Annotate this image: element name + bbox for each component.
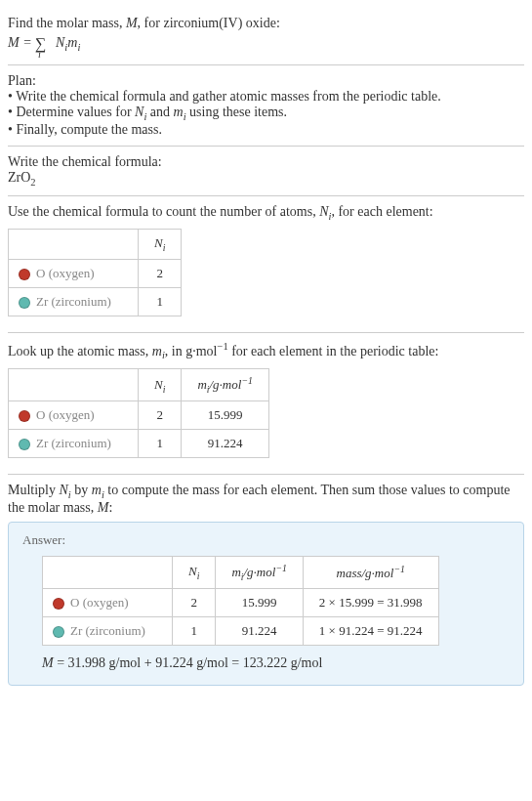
chemical-formula: ZrO2 <box>8 170 524 188</box>
mul-a: Multiply <box>8 483 60 497</box>
multiply-section: Multiply Ni by mi to compute the mass fo… <box>8 475 524 694</box>
count-section: Use the chemical formula to count the nu… <box>8 196 524 333</box>
header-empty <box>9 369 139 401</box>
zr-n2: 1 <box>139 430 182 458</box>
h-gmol: /g·mol <box>210 378 242 393</box>
count-b: , for each element: <box>331 204 432 219</box>
zr-m: 91.224 <box>182 430 268 458</box>
ah-neg1: −1 <box>275 563 286 573</box>
oxygen-dot-icon <box>19 410 30 422</box>
ao-mass: 2 × 15.999 = 31.998 <box>303 589 438 617</box>
oxygen-dot-icon <box>53 598 64 610</box>
plan-b2-c: using these items. <box>186 105 287 119</box>
header-Ni: Ni <box>139 369 182 401</box>
formula-sub2: 2 <box>30 177 35 188</box>
final-expr: = 31.998 g/mol + 91.224 g/mol = 123.222 … <box>54 655 323 670</box>
table-header-row: Ni mi/g·mol−1 <box>9 369 269 401</box>
count-N: N <box>319 204 328 219</box>
azr-m: 91.224 <box>216 617 303 646</box>
ah-N: N <box>188 564 197 578</box>
formula-zro: ZrO <box>8 170 30 185</box>
o-count: 2 <box>139 260 182 288</box>
final-M: M <box>42 655 54 670</box>
mass-section: Look up the atomic mass, mi, in g·mol−1 … <box>8 333 524 475</box>
azr-n: 1 <box>173 617 216 646</box>
table-row: Zr (zirconium) 1 <box>9 288 182 316</box>
answer-table: Ni mi/g·mol−1 mass/g·mol−1 O (oxygen) 2 … <box>42 556 439 646</box>
h-N2: N <box>154 377 163 392</box>
header-mi: mi/g·mol−1 <box>182 369 268 401</box>
header-Ni: Ni <box>173 557 216 589</box>
mass-m: m <box>152 344 162 358</box>
mul-N: N <box>60 483 68 497</box>
mul-M: M <box>98 500 109 515</box>
intro-text-b: , for zirconium(IV) oxide: <box>138 16 280 30</box>
eq-m: m <box>67 35 77 50</box>
answer-box: Answer: Ni mi/g·mol−1 mass/g·mol−1 O (ox… <box>8 522 524 686</box>
table-row: O (oxygen) 2 15.999 <box>9 401 269 430</box>
header-Ni: Ni <box>139 230 182 260</box>
mul-b: by <box>71 483 92 497</box>
count-text: Use the chemical formula to count the nu… <box>8 204 524 222</box>
mass-neg1: −1 <box>217 341 227 352</box>
header-empty <box>43 557 173 589</box>
plan-b2-a: • Determine values for <box>8 105 135 119</box>
o-name2: O (oxygen) <box>36 407 95 422</box>
intro-M: M <box>126 16 138 30</box>
element-o: O (oxygen) <box>43 589 173 617</box>
element-zr: Zr (zirconium) <box>43 617 173 646</box>
formula-section: Write the chemical formula: ZrO2 <box>8 147 524 196</box>
o-m: 15.999 <box>182 401 268 430</box>
intro-line: Find the molar mass, M, for zirconium(IV… <box>8 16 524 31</box>
mass-a: Look up the atomic mass, <box>8 344 152 358</box>
element-zr: Zr (zirconium) <box>9 288 139 316</box>
formula-title: Write the chemical formula: <box>8 154 524 170</box>
zirconium-dot-icon <box>53 626 64 638</box>
element-zr: Zr (zirconium) <box>9 430 139 458</box>
count-a: Use the chemical formula to count the nu… <box>8 204 319 219</box>
h-m: m <box>197 378 206 393</box>
mass-b: , in g·mol <box>165 344 218 358</box>
plan-m: m <box>174 105 184 119</box>
sigma-sub: i <box>38 49 41 60</box>
table-row: O (oxygen) 2 <box>9 260 182 288</box>
final-result: M = 31.998 g/mol + 91.224 g/mol = 123.22… <box>42 655 510 671</box>
o-name: O (oxygen) <box>36 266 95 280</box>
ah-N-sub: i <box>197 570 200 581</box>
azr-mass: 1 × 91.224 = 91.224 <box>303 617 438 646</box>
header-mi: mi/g·mol−1 <box>216 557 303 589</box>
header-empty <box>9 230 139 260</box>
h-neg1: −1 <box>241 375 252 386</box>
plan-section: Plan: • Write the chemical formula and g… <box>8 65 524 147</box>
answer-label: Answer: <box>22 532 510 548</box>
table-header-row: Ni <box>9 230 182 260</box>
eq-m-sub: i <box>77 42 80 53</box>
mass-text: Look up the atomic mass, mi, in g·mol−1 … <box>8 341 524 360</box>
molar-mass-formula: M = ∑ i Nimi <box>8 35 524 53</box>
ao-n: 2 <box>173 589 216 617</box>
intro-section: Find the molar mass, M, for zirconium(IV… <box>8 8 524 65</box>
plan-title: Plan: <box>8 73 524 89</box>
ah-mass-neg1: −1 <box>393 564 404 574</box>
zr-count: 1 <box>139 288 182 316</box>
ah-mass: mass/g·mol <box>337 566 394 580</box>
eq-N: N <box>56 35 64 50</box>
plan-b2-b: and <box>146 105 173 119</box>
zirconium-dot-icon <box>19 439 30 450</box>
eq-lhs: M = <box>8 35 35 50</box>
zirconium-dot-icon <box>19 297 30 309</box>
zr-name: Zr (zirconium) <box>36 294 111 309</box>
plan-bullet-3: • Finally, compute the mass. <box>8 122 524 138</box>
mass-table: Ni mi/g·mol−1 O (oxygen) 2 15.999 Zr (zi… <box>8 368 269 458</box>
element-o: O (oxygen) <box>9 401 139 430</box>
h-N-sub: i <box>163 242 166 253</box>
zr-name2: Zr (zirconium) <box>36 436 111 450</box>
table-row: O (oxygen) 2 15.999 2 × 15.999 = 31.998 <box>43 589 439 617</box>
plan-bullet-2: • Determine values for Ni and mi using t… <box>8 105 524 122</box>
table-row: Zr (zirconium) 1 91.224 1 × 91.224 = 91.… <box>43 617 439 646</box>
h-N2-sub: i <box>163 383 166 394</box>
ah-m: m <box>231 566 240 580</box>
ao-m: 15.999 <box>216 589 303 617</box>
count-table: Ni O (oxygen) 2 Zr (zirconium) 1 <box>8 229 182 316</box>
intro-text-a: Find the molar mass, <box>8 16 126 30</box>
